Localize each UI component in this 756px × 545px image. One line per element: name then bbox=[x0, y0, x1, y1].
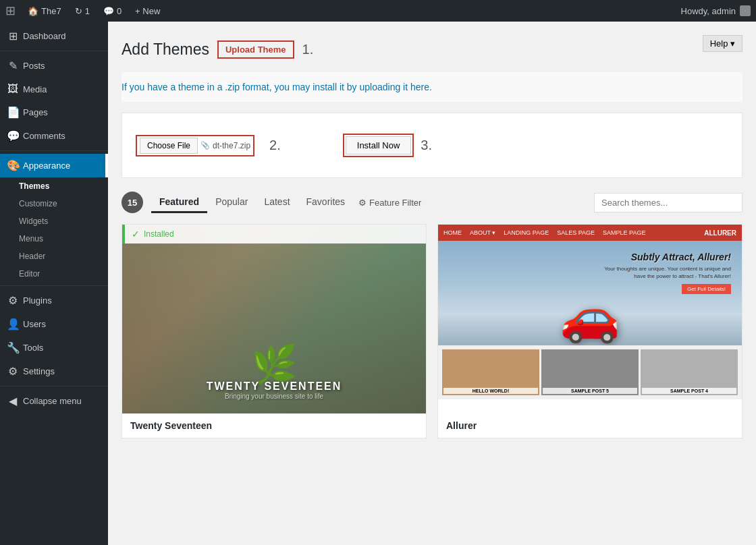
adminbar-howdy: Howdy, admin bbox=[681, 6, 736, 16]
adminbar-right: Howdy, admin bbox=[681, 5, 751, 16]
theme-count-badge: 15 bbox=[122, 192, 143, 213]
dashboard-icon: ⊞ bbox=[7, 30, 19, 42]
sidebar-sub-item-editor[interactable]: Editor bbox=[0, 265, 108, 283]
checkmark-icon: ✓ bbox=[132, 229, 140, 239]
twenty-seventeen-thumbnail: 🌿 TWENTY SEVENTEEN Bringing your busines… bbox=[122, 225, 426, 413]
upload-theme-button[interactable]: Upload Theme bbox=[217, 40, 294, 59]
sidebar-item-tools[interactable]: 🔧 Tools bbox=[0, 336, 108, 360]
sidebar-item-dashboard[interactable]: ⊞ Dashboard bbox=[0, 24, 108, 48]
twenty-seventeen-name: Twenty Seventeen bbox=[122, 413, 426, 438]
page-header: Add Themes Upload Theme 1. bbox=[122, 40, 703, 59]
adminbar-new[interactable]: + New bbox=[128, 6, 167, 16]
allurer-thumbnail: HOME ABOUT ▾ LANDING PAGE SALES PAGE SAM… bbox=[438, 225, 742, 413]
plugins-icon: ⚙ bbox=[7, 294, 19, 307]
adminbar-site-name[interactable]: 🏠 The7 bbox=[21, 6, 68, 16]
gear-icon: ⚙ bbox=[358, 198, 367, 208]
settings-icon: ⚙ bbox=[7, 365, 19, 378]
sidebar-item-pages[interactable]: 📄 Pages bbox=[0, 101, 108, 124]
avatar bbox=[740, 5, 751, 16]
pages-icon: 📄 bbox=[7, 106, 19, 119]
sidebar-sub-item-widgets[interactable]: Widgets bbox=[0, 212, 108, 230]
adminbar-updates[interactable]: ↻ 1 bbox=[68, 6, 97, 16]
sidebar-sub-item-header[interactable]: Header bbox=[0, 248, 108, 265]
install-now-button[interactable]: Install Now bbox=[346, 136, 412, 154]
search-themes-input[interactable] bbox=[594, 193, 742, 212]
sidebar-sub-item-menus[interactable]: Menus bbox=[0, 230, 108, 248]
theme-card-allurer: HOME ABOUT ▾ LANDING PAGE SALES PAGE SAM… bbox=[437, 224, 742, 438]
install-btn-wrapper: Install Now 3. bbox=[343, 134, 432, 157]
step1-label: 1. bbox=[302, 42, 314, 57]
main-content: Help ▾ Add Themes Upload Theme 1. If you… bbox=[108, 22, 756, 545]
upload-area: Choose File 📎 dt-the7.zip 2. Install Now… bbox=[122, 113, 742, 178]
comments-icon: 💬 bbox=[7, 130, 19, 142]
collapse-icon: ◀ bbox=[7, 395, 19, 407]
sidebar-item-appearance[interactable]: 🎨 Appearance bbox=[0, 154, 108, 177]
posts-icon: ✎ bbox=[7, 59, 19, 72]
feature-filter[interactable]: ⚙ Feature Filter bbox=[358, 198, 421, 208]
adminbar-comments[interactable]: 💬 0 bbox=[97, 6, 128, 16]
theme-card-twenty-seventeen: ✓ Installed 🌿 TWENTY SEVENTEEN Bringing … bbox=[122, 224, 427, 438]
sidebar-item-posts[interactable]: ✎ Posts bbox=[0, 54, 108, 78]
step2-label: 2. bbox=[269, 138, 281, 153]
appearance-icon: 🎨 bbox=[7, 159, 19, 172]
step3-label: 3. bbox=[421, 138, 432, 153]
themes-tabs: 15 Featured Popular Latest Favorites ⚙ F… bbox=[122, 192, 742, 213]
filename-display: 📎 dt-the7.zip bbox=[200, 141, 250, 150]
sidebar-collapse-menu[interactable]: ◀ Collapse menu bbox=[0, 389, 108, 413]
themes-grid: ✓ Installed 🌿 TWENTY SEVENTEEN Bringing … bbox=[122, 224, 742, 438]
page-title: Add Themes bbox=[122, 40, 209, 59]
tools-icon: 🔧 bbox=[7, 341, 19, 354]
sidebar-sub-item-themes[interactable]: Themes bbox=[0, 177, 108, 195]
allurer-name: Allurer bbox=[438, 413, 742, 438]
info-text: If you have a theme in a .zip format, yo… bbox=[122, 72, 742, 102]
sidebar-item-media[interactable]: 🖼 Media bbox=[0, 78, 108, 101]
choose-file-button[interactable]: Choose File bbox=[140, 138, 198, 154]
sidebar: ⊞ Dashboard ✎ Posts 🖼 Media 📄 Pages 💬 Co… bbox=[0, 22, 108, 545]
sidebar-item-settings[interactable]: ⚙ Settings bbox=[0, 360, 108, 383]
tab-popular[interactable]: Popular bbox=[207, 192, 256, 213]
wp-logo-icon: ⊞ bbox=[5, 3, 16, 18]
install-btn-box: Install Now bbox=[343, 134, 414, 157]
help-button[interactable]: Help ▾ bbox=[703, 35, 742, 52]
tab-featured[interactable]: Featured bbox=[151, 192, 207, 213]
sidebar-item-plugins[interactable]: ⚙ Plugins bbox=[0, 289, 108, 312]
sidebar-item-users[interactable]: 👤 Users bbox=[0, 312, 108, 336]
sidebar-sub-item-customize[interactable]: Customize bbox=[0, 195, 108, 212]
admin-bar: ⊞ 🏠 The7 ↻ 1 💬 0 + New Howdy, admin bbox=[0, 0, 756, 22]
installed-badge: ✓ Installed bbox=[122, 225, 426, 243]
tab-latest[interactable]: Latest bbox=[256, 192, 298, 213]
sidebar-item-comments[interactable]: 💬 Comments bbox=[0, 124, 108, 148]
file-input-box: Choose File 📎 dt-the7.zip bbox=[136, 135, 254, 156]
media-icon: 🖼 bbox=[7, 83, 19, 95]
tab-favorites[interactable]: Favorites bbox=[298, 192, 354, 213]
users-icon: 👤 bbox=[7, 318, 19, 331]
